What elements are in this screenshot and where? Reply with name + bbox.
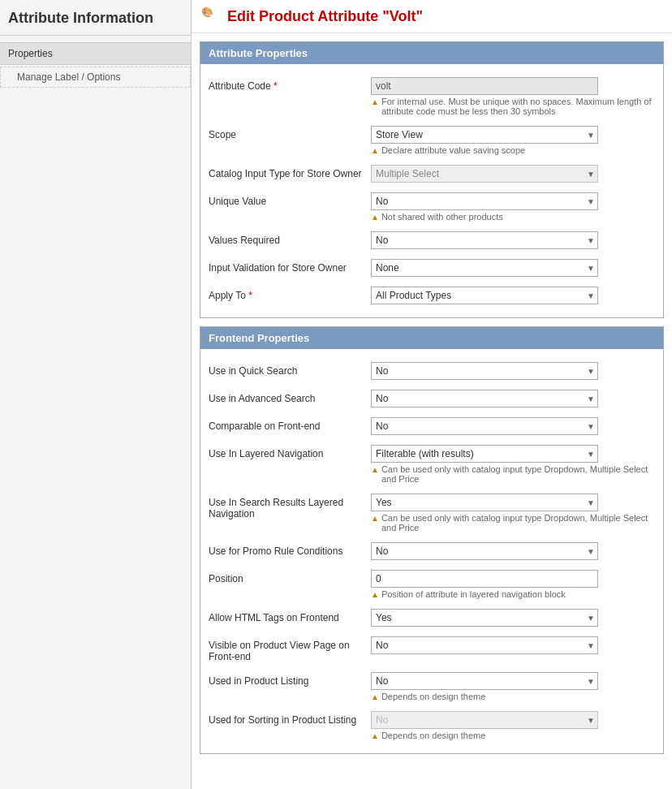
use-for-promo-rule-control: No Yes ▼ xyxy=(371,542,655,560)
comparable-on-frontend-row: Comparable on Front-end No Yes ▼ xyxy=(200,412,663,440)
use-in-quick-search-label: Use in Quick Search xyxy=(209,362,371,377)
catalog-input-type-select-wrap: Multiple Select ▼ xyxy=(371,165,598,183)
catalog-input-type-label: Catalog Input Type for Store Owner xyxy=(209,165,371,179)
use-in-layered-nav-select[interactable]: No Filterable (with results) Filterable … xyxy=(371,445,598,463)
attribute-code-row: Attribute Code * ▲ For internal use. Mus… xyxy=(200,72,663,121)
use-in-search-results-layered-nav-select[interactable]: No Yes xyxy=(371,494,598,511)
required-indicator: * xyxy=(274,80,278,92)
visible-on-product-view-select-wrap: No Yes ▼ xyxy=(371,636,598,654)
unique-value-select[interactable]: No Yes xyxy=(371,192,598,210)
input-validation-control: None Alphanumeric Numeric Only Alpha Onl… xyxy=(371,259,655,277)
use-for-promo-rule-row: Use for Promo Rule Conditions No Yes ▼ xyxy=(200,537,663,565)
scope-hint: ▲ Declare attribute value saving scope xyxy=(371,145,655,155)
allow-html-tags-select-wrap: No Yes ▼ xyxy=(371,609,598,627)
unique-value-label: Unique Value xyxy=(209,192,371,207)
catalog-input-type-row: Catalog Input Type for Store Owner Multi… xyxy=(200,160,663,188)
used-in-product-listing-control: No Yes ▼ ▲ Depends on design theme xyxy=(371,672,655,701)
used-for-sorting-hint: ▲ Depends on design theme xyxy=(371,731,655,740)
use-in-layered-nav-hint: ▲ Can be used only with catalog input ty… xyxy=(371,464,655,484)
catalog-input-type-select[interactable]: Multiple Select xyxy=(371,165,598,183)
visible-on-product-view-row: Visible on Product View Page on Front-en… xyxy=(200,632,663,667)
scope-control: Store View Website Global ▼ ▲ Declare at… xyxy=(371,126,655,155)
use-in-search-results-layered-nav-select-wrap: No Yes ▼ xyxy=(371,494,598,511)
attribute-code-input[interactable] xyxy=(371,77,598,95)
scope-select[interactable]: Store View Website Global xyxy=(371,126,598,144)
apply-to-label: Apply To * xyxy=(209,287,371,301)
used-for-sorting-label: Used for Sorting in Product Listing xyxy=(209,711,371,726)
used-for-sorting-row: Used for Sorting in Product Listing No Y… xyxy=(200,706,663,745)
used-for-sorting-select[interactable]: No Yes xyxy=(371,711,598,729)
used-in-product-listing-hint: ▲ Depends on design theme xyxy=(371,692,655,701)
used-in-product-listing-label: Used in Product Listing xyxy=(209,672,371,687)
scope-row: Scope Store View Website Global ▼ ▲ xyxy=(200,121,663,160)
frontend-properties-panel: Frontend Properties Use in Quick Search … xyxy=(200,326,664,754)
apply-to-control: All Product Types Simple Product Grouped… xyxy=(371,287,655,304)
sidebar: Attribute Information Properties Manage … xyxy=(0,0,192,789)
comparable-on-frontend-control: No Yes ▼ xyxy=(371,417,655,435)
unique-value-control: No Yes ▼ ▲ Not shared with other product… xyxy=(371,192,655,222)
scope-label: Scope xyxy=(209,126,371,140)
used-for-sorting-control: No Yes ▼ ▲ Depends on design theme xyxy=(371,711,655,740)
use-in-advanced-search-label: Use in Advanced Search xyxy=(209,390,371,404)
position-label: Position xyxy=(209,570,371,584)
values-required-control: No Yes ▼ xyxy=(371,231,655,249)
use-in-search-results-layered-nav-label: Use In Search Results Layered Navigation xyxy=(209,494,371,520)
input-validation-label: Input Validation for Store Owner xyxy=(209,259,371,274)
use-for-promo-rule-select-wrap: No Yes ▼ xyxy=(371,542,598,560)
use-in-quick-search-control: No Yes ▼ xyxy=(371,362,655,380)
apply-to-select[interactable]: All Product Types Simple Product Grouped… xyxy=(371,287,598,304)
values-required-select-wrap: No Yes ▼ xyxy=(371,231,598,249)
visible-on-product-view-control: No Yes ▼ xyxy=(371,636,655,654)
sidebar-item-properties[interactable]: Properties xyxy=(0,42,191,65)
used-for-sorting-select-wrap: No Yes ▼ xyxy=(371,711,598,729)
page-title: Edit Product Attribute "Volt" xyxy=(227,8,423,25)
values-required-select[interactable]: No Yes xyxy=(371,231,598,249)
apply-to-row: Apply To * All Product Types Simple Prod… xyxy=(200,282,663,309)
values-required-label: Values Required xyxy=(209,231,371,246)
input-validation-select-wrap: None Alphanumeric Numeric Only Alpha Onl… xyxy=(371,259,598,277)
use-in-search-results-layered-nav-hint: ▲ Can be used only with catalog input ty… xyxy=(371,513,655,532)
use-in-layered-nav-control: No Filterable (with results) Filterable … xyxy=(371,445,655,484)
comparable-on-frontend-select-wrap: No Yes ▼ xyxy=(371,417,598,435)
required-indicator: * xyxy=(248,290,252,301)
catalog-input-type-control: Multiple Select ▼ xyxy=(371,165,655,183)
unique-value-hint: ▲ Not shared with other products xyxy=(371,212,655,222)
apply-to-select-wrap: All Product Types Simple Product Grouped… xyxy=(371,287,598,304)
hint-icon: ▲ xyxy=(371,465,379,474)
sidebar-item-manage-label[interactable]: Manage Label / Options xyxy=(0,67,191,88)
use-in-layered-nav-label: Use In Layered Navigation xyxy=(209,445,371,459)
use-in-search-results-layered-nav-control: No Yes ▼ ▲ Can be used only with catalog… xyxy=(371,494,655,532)
allow-html-tags-select[interactable]: No Yes xyxy=(371,609,598,627)
use-in-advanced-search-select[interactable]: No Yes xyxy=(371,390,598,407)
used-in-product-listing-select[interactable]: No Yes xyxy=(371,672,598,690)
frontend-properties-header: Frontend Properties xyxy=(200,327,663,349)
hint-icon: ▲ xyxy=(371,590,379,599)
visible-on-product-view-select[interactable]: No Yes xyxy=(371,636,598,654)
values-required-row: Values Required No Yes ▼ xyxy=(200,226,663,254)
use-in-quick-search-select[interactable]: No Yes xyxy=(371,362,598,380)
hint-icon: ▲ xyxy=(371,731,379,740)
allow-html-tags-control: No Yes ▼ xyxy=(371,609,655,627)
attribute-code-hint: ▲ For internal use. Must be unique with … xyxy=(371,97,655,116)
hint-icon: ▲ xyxy=(371,97,379,106)
used-in-product-listing-select-wrap: No Yes ▼ xyxy=(371,672,598,690)
attribute-properties-panel: Attribute Properties Attribute Code * ▲ … xyxy=(200,41,664,318)
use-in-layered-nav-select-wrap: No Filterable (with results) Filterable … xyxy=(371,445,598,463)
use-for-promo-rule-select[interactable]: No Yes xyxy=(371,542,598,560)
use-in-search-results-layered-nav-row: Use In Search Results Layered Navigation… xyxy=(200,489,663,537)
use-in-advanced-search-row: Use in Advanced Search No Yes ▼ xyxy=(200,385,663,412)
scope-select-wrap: Store View Website Global ▼ xyxy=(371,126,598,144)
position-input[interactable] xyxy=(371,570,598,588)
position-control: ▲ Position of attribute in layered navig… xyxy=(371,570,655,599)
page-header: 🎨 Edit Product Attribute "Volt" xyxy=(192,0,672,33)
allow-html-tags-label: Allow HTML Tags on Frontend xyxy=(209,609,371,623)
input-validation-select[interactable]: None Alphanumeric Numeric Only Alpha Onl… xyxy=(371,259,598,277)
use-in-advanced-search-select-wrap: No Yes ▼ xyxy=(371,390,598,407)
use-in-quick-search-select-wrap: No Yes ▼ xyxy=(371,362,598,380)
comparable-on-frontend-select[interactable]: No Yes xyxy=(371,417,598,435)
sidebar-section: Properties Manage Label / Options xyxy=(0,36,191,96)
hint-icon: ▲ xyxy=(371,213,379,222)
attribute-code-label: Attribute Code * xyxy=(209,77,371,92)
use-in-layered-nav-row: Use In Layered Navigation No Filterable … xyxy=(200,440,663,489)
visible-on-product-view-label: Visible on Product View Page on Front-en… xyxy=(209,636,371,662)
